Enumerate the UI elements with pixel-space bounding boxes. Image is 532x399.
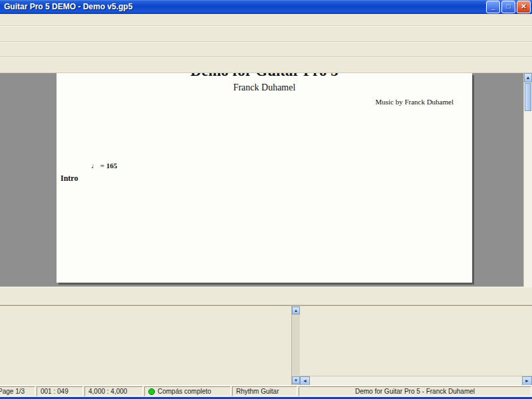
middle-vertical-scrollbar[interactable]: ▴ ▾ — [291, 306, 300, 386]
maximize-button[interactable]: □ — [501, 1, 515, 13]
timeline-measure-numbers — [300, 312, 532, 319]
toolbar-notes — [0, 57, 532, 73]
bar-complete-icon — [148, 388, 155, 395]
section-label: Intro — [61, 174, 472, 183]
scroll-up-icon[interactable]: ▲ — [524, 73, 532, 82]
bottom-panel: ▴ ▾ ◄ ► — [0, 305, 532, 386]
tempo-marking: ♩ = 165 — [91, 162, 472, 170]
measure-timeline: ◄ ► — [300, 306, 532, 386]
status-duration: 4,000 : 4,000 — [84, 386, 143, 396]
score-title-clip: Demo for Guitar Pro 5 — [57, 73, 472, 80]
toolbar-main — [0, 26, 532, 42]
score-title: Demo for Guitar Pro 5 — [57, 73, 472, 80]
scroll-right-icon[interactable]: ► — [522, 376, 532, 385]
toolbar-effects — [0, 287, 532, 305]
status-bar: Page 1/3 001 : 049 4,000 : 4,000 Compás … — [0, 385, 532, 397]
status-track: Rhythm Guitar — [232, 386, 297, 396]
timeline-markers — [300, 306, 532, 312]
minimize-button[interactable]: _ — [486, 1, 500, 13]
staff-and-tab[interactable] — [57, 183, 472, 276]
status-position: 001 : 049 — [37, 386, 83, 396]
track-mixer-table — [0, 306, 291, 386]
close-button[interactable]: ✕ — [517, 1, 531, 13]
status-page: Page 1/3 — [0, 386, 35, 396]
score-subtitle: Franck Duhamel — [57, 82, 472, 93]
score-vertical-scrollbar[interactable]: ▲ — [523, 73, 532, 287]
window-title: Guitar Pro 5 DEMO - Demo v5.gp5 — [4, 2, 132, 11]
scroll-up-icon[interactable]: ▴ — [292, 307, 300, 315]
tempo-note-icon: ♩ — [91, 162, 98, 170]
timeline-scrollbar[interactable]: ◄ ► — [300, 376, 532, 385]
app-window: Guitar Pro 5 DEMO - Demo v5.gp5 _ □ ✕ De… — [0, 0, 532, 399]
status-bar-state: Compás completo — [144, 386, 231, 396]
title-bar[interactable]: Guitar Pro 5 DEMO - Demo v5.gp5 _ □ ✕ — [0, 0, 532, 14]
scroll-left-icon[interactable]: ◄ — [300, 376, 310, 385]
score-area: Demo for Guitar Pro 5 Franck Duhamel Mus… — [0, 73, 532, 287]
score-page[interactable]: Demo for Guitar Pro 5 Franck Duhamel Mus… — [57, 73, 472, 283]
menu-bar — [0, 14, 532, 27]
score-credit: Music by Franck Duhamel — [57, 98, 472, 106]
status-song-title: Demo for Guitar Pro 5 - Franck Duhamel — [299, 386, 531, 396]
toolbar-playback — [0, 42, 532, 58]
chord-diagram-row — [57, 112, 472, 153]
scroll-down-icon[interactable]: ▾ — [292, 376, 300, 384]
scroll-thumb[interactable] — [525, 83, 531, 111]
